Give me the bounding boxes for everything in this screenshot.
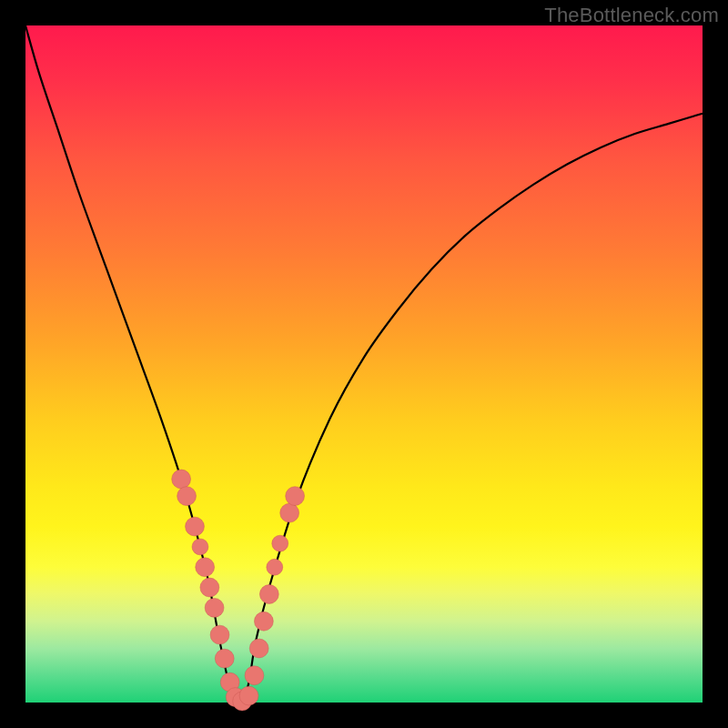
curve-marker: [205, 598, 224, 617]
curve-marker: [245, 666, 264, 685]
curve-marker: [259, 585, 278, 604]
curve-markers: [172, 470, 305, 711]
curve-marker: [249, 639, 268, 658]
curve-marker: [177, 487, 197, 506]
curve-marker: [172, 470, 191, 489]
curve-marker: [200, 578, 219, 597]
chart-frame: TheBottleneck.com: [0, 0, 728, 728]
curve-marker: [192, 539, 208, 555]
plot-area: [25, 25, 703, 703]
curve-marker: [286, 487, 305, 506]
curve-marker: [210, 625, 229, 644]
curve-marker: [254, 612, 273, 631]
curve-marker: [215, 649, 234, 668]
chart-svg: [25, 25, 703, 703]
curve-marker: [186, 517, 205, 536]
bottleneck-curve: [25, 25, 703, 705]
curve-marker: [239, 686, 258, 705]
curve-marker: [272, 535, 288, 551]
curve-marker: [280, 503, 299, 522]
curve-marker: [267, 559, 283, 575]
watermark-text: TheBottleneck.com: [544, 4, 719, 27]
curve-marker: [196, 558, 215, 577]
